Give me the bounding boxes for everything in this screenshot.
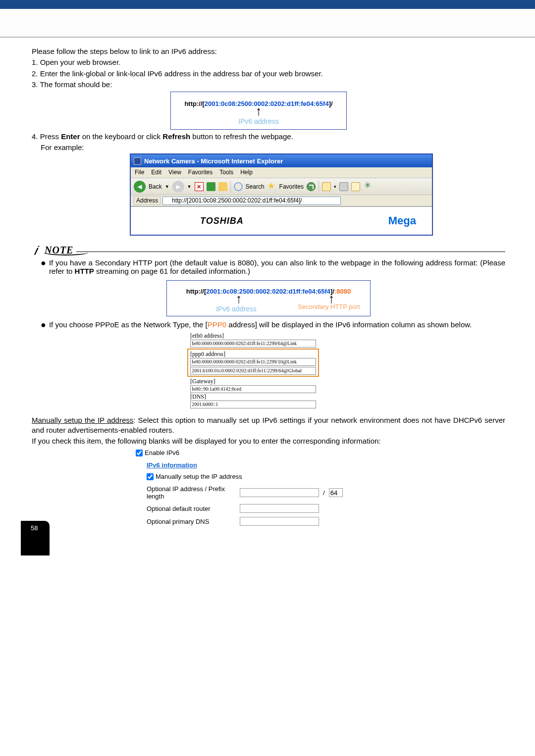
ppp0-label-text: [ppp0 address] bbox=[190, 351, 316, 358]
pen-icon bbox=[30, 244, 43, 257]
manual-setup-row: Manually setup the IP address bbox=[147, 473, 505, 480]
menu-view[interactable]: View bbox=[168, 169, 181, 176]
primary-dns-label: Optional primary DNS bbox=[147, 518, 236, 525]
prefix-length-input[interactable] bbox=[329, 488, 343, 497]
favorites-star-icon[interactable] bbox=[268, 182, 276, 191]
menu-edit[interactable]: Edit bbox=[151, 169, 161, 176]
for-example: For example: bbox=[41, 143, 505, 152]
fwd-dropdown-icon[interactable]: ▼ bbox=[187, 184, 192, 189]
menu-favorites[interactable]: Favorites bbox=[188, 169, 213, 176]
manual-setup-checkbox[interactable] bbox=[147, 473, 154, 480]
home-icon[interactable] bbox=[218, 182, 227, 191]
enable-ipv6-label: Enable IPv6 bbox=[145, 449, 179, 456]
primary-dns-row: Optional primary DNS bbox=[147, 517, 505, 526]
page-content: Please follow the steps below to link to… bbox=[0, 38, 535, 555]
ie-toolbar: ◄ Back ▼ ▸ ▼ ✕ Search Favorites ▾ ✳ bbox=[131, 178, 432, 195]
arrow-up-icon: ↑ bbox=[175, 107, 342, 115]
step4-c: button to refresh the webpage. bbox=[190, 132, 293, 141]
address-input[interactable] bbox=[162, 197, 341, 205]
back-button-icon[interactable]: ◄ bbox=[134, 181, 146, 193]
ie-menubar: File Edit View Favorites Tools Help bbox=[131, 167, 432, 178]
ppp0-value-2 bbox=[190, 367, 316, 375]
ip-prefix-label: Optional IP address / Prefix length bbox=[147, 485, 236, 500]
eth0-label: [eth0 address] bbox=[190, 332, 316, 340]
enter-bold: Enter bbox=[61, 132, 80, 141]
optional-ip-input[interactable] bbox=[240, 488, 319, 497]
note-text: NOTE bbox=[45, 245, 73, 256]
ip-prefix-row: Optional IP address / Prefix length / bbox=[147, 485, 505, 500]
step4-b: on the keyboard or click bbox=[80, 132, 163, 141]
nb1-c: streaming on page 61 for detailed inform… bbox=[94, 267, 250, 275]
ipv6-info-readout: [eth0 address] [ppp0 address] [Gateway] … bbox=[190, 332, 316, 408]
stop-icon[interactable]: ✕ bbox=[195, 182, 204, 191]
f2-addr: 2001:0c08:2500:0002:0202:d1ff:fe04:65f4 bbox=[206, 288, 330, 295]
step4-a: 4. Press bbox=[32, 132, 61, 141]
ipv6-label-2: IPv6 address bbox=[176, 305, 297, 313]
menu-tools[interactable]: Tools bbox=[219, 169, 233, 176]
mega-logo: Mega bbox=[388, 214, 416, 227]
step-2: 2. Enter the link-global or link-local I… bbox=[32, 69, 505, 79]
ipv6-info-link[interactable]: IPv6 information bbox=[147, 461, 505, 469]
ipv6-port-format-box: http://[2001:0c08:2500:0002:0202:d1ff:fe… bbox=[166, 280, 371, 316]
gateway-label: [Gateway] bbox=[190, 378, 316, 385]
nb2-a: If you choose PPPoE as the Network Type,… bbox=[49, 320, 208, 329]
favorites-label[interactable]: Favorites bbox=[279, 183, 304, 190]
toolbar-divider bbox=[230, 181, 231, 193]
url-port-line: http://[2001:0c08:2500:0002:0202:d1ff:fe… bbox=[171, 287, 366, 295]
http-prefix: http://[ bbox=[184, 100, 204, 107]
menu-file[interactable]: File bbox=[135, 169, 144, 176]
mail-icon[interactable] bbox=[322, 182, 331, 191]
slash: / bbox=[323, 489, 325, 497]
enable-ipv6-checkbox[interactable] bbox=[136, 450, 143, 456]
ipv6-address-sample: 2001:0c08:2500:0002:0202:d1ff:fe04:65f4 bbox=[205, 100, 329, 107]
arrow-up-icon-2: ↑ bbox=[176, 295, 302, 303]
note-block: NOTE bbox=[32, 245, 505, 255]
default-router-row: Optional default router bbox=[147, 504, 505, 513]
mail-dropdown-icon[interactable]: ▾ bbox=[334, 184, 336, 189]
http-suffix: ]/ bbox=[329, 100, 333, 107]
ipv6-label: IPv6 address bbox=[175, 117, 342, 125]
refresh-icon[interactable] bbox=[207, 182, 215, 191]
back-label[interactable]: Back bbox=[149, 183, 162, 190]
step-1: 1. Open your web browser. bbox=[32, 57, 505, 67]
arrow-row: ↑ ↑ bbox=[171, 295, 366, 303]
note-bullet-1: ● If you have a Secondary HTTP port (the… bbox=[41, 258, 505, 275]
header-band bbox=[0, 9, 535, 38]
manual-head: Manually setup the IP address bbox=[32, 416, 133, 424]
search-label[interactable]: Search bbox=[246, 183, 265, 190]
nb1-b: HTTP bbox=[75, 267, 94, 275]
intro-text: Please follow the steps below to link to… bbox=[32, 47, 505, 56]
menu-help[interactable]: Help bbox=[240, 169, 253, 176]
arrow-up-icon-3: ↑ bbox=[302, 295, 361, 303]
ie-titlebar: Network Camera - Microsoft Internet Expl… bbox=[131, 154, 432, 167]
print-icon[interactable] bbox=[339, 182, 348, 191]
manual-setup-label: Manually setup the IP address bbox=[156, 473, 242, 480]
discuss-icon[interactable]: ✳ bbox=[363, 182, 372, 191]
nb2-c: address] will be displayed in the IPv6 i… bbox=[226, 320, 472, 329]
top-color-band bbox=[0, 0, 535, 9]
bullet-dot: ● bbox=[41, 258, 46, 275]
edit-icon[interactable] bbox=[351, 182, 360, 191]
default-router-label: Optional default router bbox=[147, 505, 236, 512]
forward-button-icon[interactable]: ▸ bbox=[172, 181, 184, 193]
f2-port: :8080 bbox=[334, 288, 351, 295]
page-number: 58 bbox=[31, 524, 38, 532]
ipv6-format-box: http://[2001:0c08:2500:0002:0202:d1ff:fe… bbox=[170, 92, 347, 130]
default-router-input[interactable] bbox=[240, 504, 319, 513]
refresh-bold: Refresh bbox=[162, 132, 190, 141]
step-3: 3. The format should be: bbox=[32, 80, 112, 90]
toolbar-divider-2 bbox=[319, 181, 319, 193]
history-icon[interactable] bbox=[307, 182, 316, 191]
ipv6-settings-form: Enable IPv6 IPv6 information Manually se… bbox=[136, 449, 505, 526]
port-label: Secondary HTTP port bbox=[297, 303, 361, 313]
manual-setup-text: Manually setup the IP address: Select th… bbox=[32, 415, 505, 436]
back-dropdown-icon[interactable]: ▼ bbox=[165, 184, 169, 189]
f2-prefix: http://[ bbox=[186, 288, 206, 295]
address-label: Address bbox=[134, 196, 160, 205]
search-icon[interactable] bbox=[234, 182, 243, 191]
primary-dns-input[interactable] bbox=[240, 517, 319, 526]
ppp0-value-1 bbox=[190, 358, 316, 366]
dns-label: [DNS] bbox=[190, 393, 316, 401]
manual-setup-text2: If you check this item, the following bl… bbox=[32, 436, 505, 446]
dns-value bbox=[190, 401, 316, 408]
